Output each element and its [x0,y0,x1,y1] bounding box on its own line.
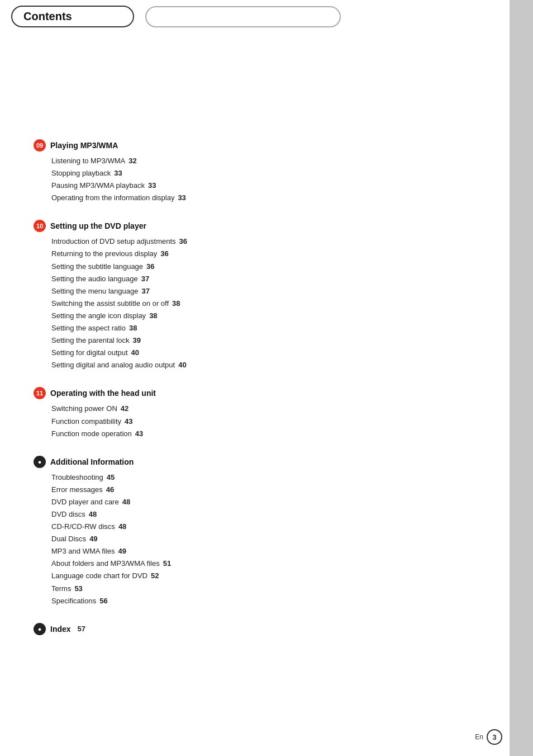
list-item: Function compatibility 43 [51,415,499,428]
section-11-items: Switching power ON 42 Function compatibi… [34,403,499,440]
list-item: MP3 and WMA files 49 [51,545,499,557]
section-10: 10 Setting up the DVD player Introductio… [34,220,499,371]
section-additional-header: ● Additional Information [34,456,499,468]
list-item: Setting the aspect ratio 38 [51,322,499,334]
list-item: Setting the audio language 37 [51,273,499,285]
section-index-title: Index [50,625,71,634]
section-index-page: 57 [78,625,85,633]
list-item: Switching the assist subtitle on or off … [51,297,499,310]
section-11: 11 Operating with the head unit Switchin… [34,387,499,440]
section-10-items: Introduction of DVD setup adjustments 36… [34,235,499,371]
footer-page-circle: 3 [487,729,502,745]
list-item: Pausing MP3/WMA playback 33 [51,179,499,192]
list-item: Dual Discs 49 [51,533,499,545]
header-tab-right [145,6,341,27]
section-09: 09 Playing MP3/WMA Listening to MP3/WMA … [34,139,499,204]
list-item: Troubleshooting 45 [51,471,499,484]
section-09-items: Listening to MP3/WMA 32 Stopping playbac… [34,155,499,204]
list-item: Setting the subtitle language 36 [51,261,499,273]
section-09-header: 09 Playing MP3/WMA [34,139,499,152]
list-item: Operating from the information display 3… [51,192,499,204]
list-item: Returning to the previous display 36 [51,248,499,260]
list-item: CD-R/CD-RW discs 48 [51,521,499,533]
section-11-title: Operating with the head unit [50,389,156,398]
main-content: 09 Playing MP3/WMA Listening to MP3/WMA … [0,128,533,673]
list-item: Setting the angle icon display 38 [51,310,499,322]
contents-tab: Contents [11,6,134,27]
contents-title: Contents [23,10,72,22]
section-10-number: 10 [34,220,46,232]
list-item: Setting digital and analog audio output … [51,359,499,371]
section-09-title: Playing MP3/WMA [50,141,118,150]
section-index-header: ● Index 57 [34,623,499,635]
list-item: Terms 53 [51,583,499,595]
list-item: About folders and MP3/WMA files 51 [51,557,499,570]
section-10-header: 10 Setting up the DVD player [34,220,499,232]
section-11-number: 11 [34,387,46,399]
list-item: DVD discs 48 [51,508,499,521]
list-item: Listening to MP3/WMA 32 [51,155,499,167]
footer-page: 3 [492,733,496,741]
section-additional-title: Additional Information [50,457,134,466]
section-index-dot: ● [34,623,46,635]
list-item: Error messages 46 [51,484,499,496]
footer-lang: En [475,733,483,741]
list-item: Stopping playback 33 [51,167,499,179]
list-item: Function mode operation 43 [51,428,499,440]
section-additional-dot: ● [34,456,46,468]
list-item: Setting the parental lock 39 [51,334,499,347]
footer: En 3 [475,729,502,745]
page-wrapper: Contents 09 Playing MP3/WMA Listening to… [0,0,533,756]
section-additional: ● Additional Information Troubleshooting… [34,456,499,607]
right-sidebar [510,0,533,756]
section-10-title: Setting up the DVD player [50,221,146,230]
list-item: Introduction of DVD setup adjustments 36 [51,235,499,248]
list-item: Language code chart for DVD 52 [51,570,499,582]
list-item: Setting the menu language 37 [51,285,499,297]
section-additional-items: Troubleshooting 45 Error messages 46 DVD… [34,471,499,607]
list-item: Setting for digital output 40 [51,347,499,359]
section-11-header: 11 Operating with the head unit [34,387,499,399]
list-item: Specifications 56 [51,595,499,607]
section-index: ● Index 57 [34,623,499,635]
header-area: Contents [0,0,533,27]
list-item: DVD player and care 48 [51,496,499,508]
section-09-number: 09 [34,139,46,152]
list-item: Switching power ON 42 [51,403,499,415]
